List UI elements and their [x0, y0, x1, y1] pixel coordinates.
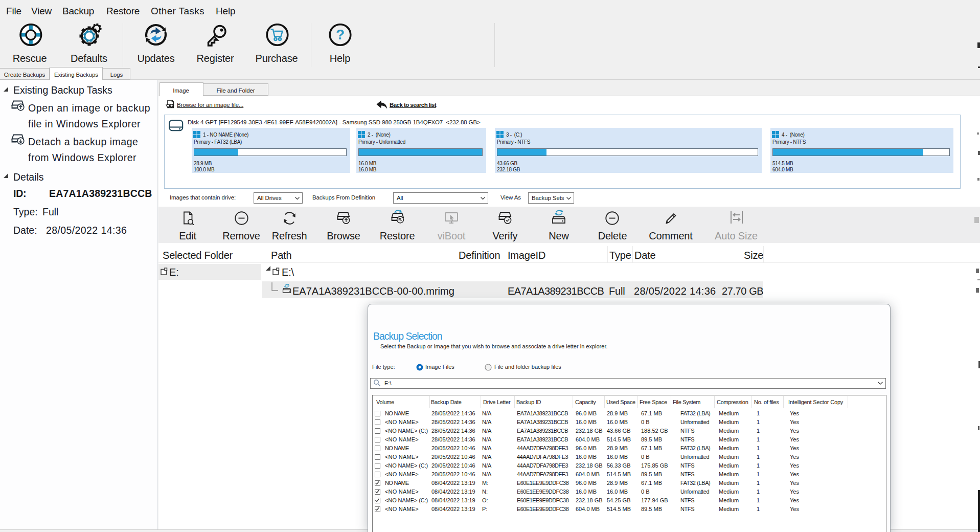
svg-text:?: ? [336, 27, 345, 42]
